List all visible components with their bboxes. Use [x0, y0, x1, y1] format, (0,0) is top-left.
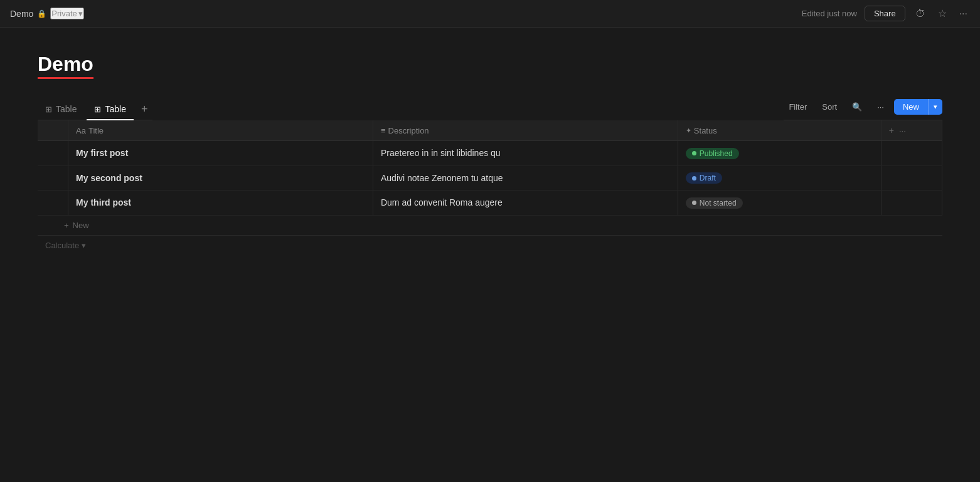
status-column-label: Status [694, 126, 717, 135]
new-button[interactable]: New [894, 99, 928, 115]
row-title[interactable]: My first post [68, 141, 373, 166]
table-toolbar: Filter Sort 🔍 ··· New ▾ [784, 94, 942, 120]
add-row-button[interactable]: + New [38, 216, 942, 236]
th-row-num [38, 120, 68, 141]
filter-button[interactable]: Filter [784, 100, 812, 114]
calculate-label: Calculate [45, 241, 79, 250]
description-column-label: Description [388, 126, 429, 135]
row-extra [881, 141, 942, 166]
table-row[interactable]: My first postPraetereo in in sint libidi… [38, 141, 942, 166]
title-column-label: Title [88, 126, 104, 135]
row-extra [881, 165, 942, 191]
privacy-label: Private [51, 9, 77, 18]
tabs-bar: ⊞ Table ⊞ Table + [38, 99, 152, 120]
filter-label: Filter [789, 102, 807, 112]
table-icon-1: ⊞ [45, 105, 52, 114]
status-badge: Published [686, 148, 739, 159]
calculate-chevron-icon: ▾ [82, 241, 86, 250]
status-dot-icon [692, 201, 696, 205]
data-table: Aa Title ≡ Description ✦ Status [38, 120, 942, 216]
status-badge: Draft [686, 172, 722, 184]
table-row[interactable]: My third postDum ad convenit Roma augere… [38, 191, 942, 216]
more-options-icon[interactable]: ··· [957, 6, 970, 22]
add-view-button[interactable]: + [136, 100, 153, 118]
star-icon[interactable]: ☆ [935, 5, 949, 22]
row-description: Audivi notae Zenonem tu atque [373, 165, 678, 191]
status-label: Not started [700, 199, 737, 207]
page-title: Demo [38, 53, 93, 79]
add-row-label: New [73, 221, 89, 230]
row-number [38, 141, 68, 166]
lock-icon: 🔒 [37, 9, 46, 18]
new-button-group: New ▾ [894, 99, 942, 115]
topbar-left: Demo 🔒 Private ▾ [10, 8, 802, 19]
tab-label-1: Table [56, 104, 77, 114]
status-column-icon: ✦ [686, 127, 691, 135]
table-header-row: Aa Title ≡ Description ✦ Status [38, 120, 942, 141]
history-icon[interactable]: ⏱ [913, 6, 928, 22]
add-row-plus-icon: + [64, 221, 69, 230]
add-column-icon[interactable]: + [889, 125, 894, 135]
edited-timestamp: Edited just now [802, 9, 857, 18]
tab-label-2: Table [105, 104, 125, 114]
calculate-row[interactable]: Calculate ▾ [38, 236, 942, 255]
status-label: Draft [700, 174, 716, 182]
row-status[interactable]: Published [678, 141, 881, 166]
table-icon-2: ⊞ [94, 105, 101, 114]
privacy-chevron-icon: ▾ [78, 9, 83, 18]
new-button-chevron[interactable]: ▾ [928, 99, 942, 115]
status-dot-icon [692, 151, 696, 155]
row-number [38, 165, 68, 191]
tab-table-1[interactable]: ⊞ Table [38, 99, 84, 120]
page-content: Demo ⊞ Table ⊞ Table + Filter Sort 🔍 [0, 28, 980, 255]
topbar-title: Demo [10, 9, 33, 19]
row-title[interactable]: My third post [68, 191, 373, 216]
search-icon: 🔍 [852, 102, 862, 112]
search-button[interactable]: 🔍 [847, 100, 867, 114]
topbar: Demo 🔒 Private ▾ Edited just now Share ⏱… [0, 0, 980, 28]
description-column-icon: ≡ [381, 126, 386, 135]
row-title[interactable]: My second post [68, 165, 373, 191]
sort-button[interactable]: Sort [817, 100, 842, 114]
row-description: Praetereo in in sint libidines qu [373, 141, 678, 166]
th-status[interactable]: ✦ Status [678, 120, 881, 141]
title-column-icon: Aa [76, 126, 86, 135]
tab-table-2[interactable]: ⊞ Table [87, 99, 133, 120]
row-extra [881, 191, 942, 216]
status-dot-icon [692, 176, 696, 181]
row-description: Dum ad convenit Roma augere [373, 191, 678, 216]
sort-label: Sort [822, 102, 837, 112]
th-description[interactable]: ≡ Description [373, 120, 678, 141]
status-label: Published [700, 149, 733, 158]
share-button[interactable]: Share [865, 6, 905, 21]
th-add-column[interactable]: + ··· [881, 120, 942, 141]
row-number [38, 191, 68, 216]
th-title[interactable]: Aa Title [68, 120, 373, 141]
privacy-button[interactable]: Private ▾ [50, 8, 83, 19]
table-row[interactable]: My second postAudivi notae Zenonem tu at… [38, 165, 942, 191]
column-options-icon[interactable]: ··· [899, 126, 906, 135]
row-status[interactable]: Draft [678, 165, 881, 191]
row-status[interactable]: Not started [678, 191, 881, 216]
topbar-right: Edited just now Share ⏱ ☆ ··· [802, 5, 970, 22]
status-badge: Not started [686, 197, 743, 209]
toolbar-more-button[interactable]: ··· [872, 100, 889, 114]
toolbar-more-icon: ··· [877, 102, 884, 112]
